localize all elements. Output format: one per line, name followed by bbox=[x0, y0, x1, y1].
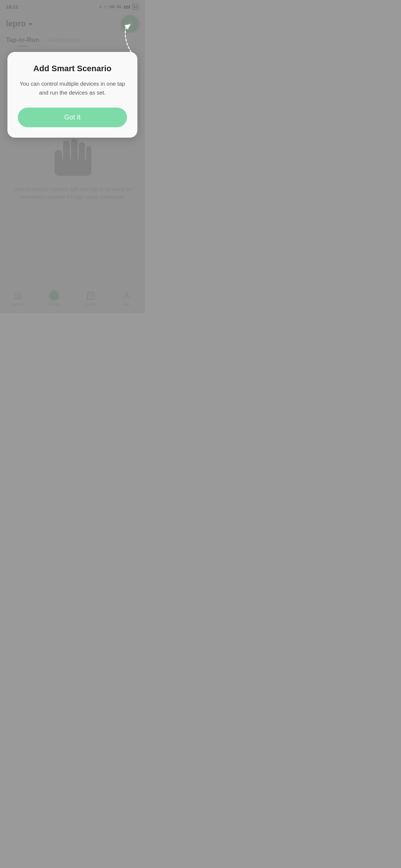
tooltip-title: Add Smart Scenario bbox=[18, 64, 127, 73]
arrow-indicator bbox=[97, 22, 141, 59]
tooltip-description: You can control multiple devices in one … bbox=[18, 79, 127, 97]
got-it-button[interactable]: Got It bbox=[18, 108, 127, 127]
tooltip-card: Add Smart Scenario You can control multi… bbox=[7, 52, 137, 138]
